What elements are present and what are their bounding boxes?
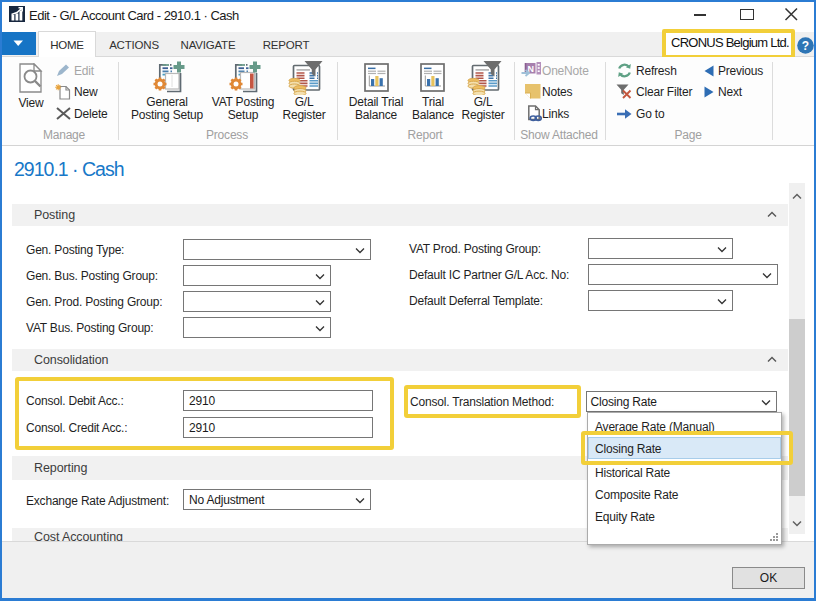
svg-text:?: ?: [802, 39, 809, 53]
